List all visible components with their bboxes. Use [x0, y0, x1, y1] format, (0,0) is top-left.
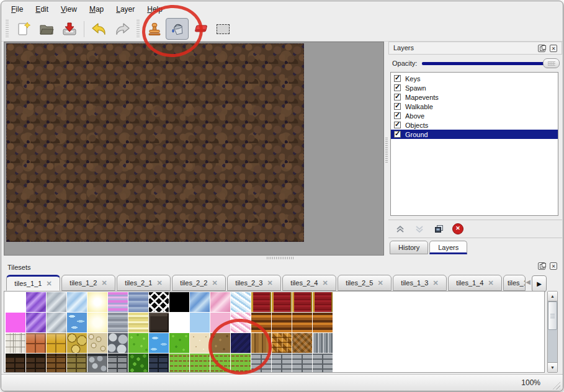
tile-glass-pink[interactable] — [210, 292, 230, 312]
tile-carpet-orange[interactable] — [292, 313, 312, 332]
tileset-tab-tiles_2_3[interactable]: tiles_2_3 ✕ — [227, 275, 281, 291]
scrollbar-thumb[interactable] — [548, 301, 557, 330]
tile-tiles-orange[interactable] — [26, 333, 46, 353]
tile-carpet-red[interactable] — [272, 292, 292, 312]
scroll-up-icon[interactable]: ▲ — [548, 292, 557, 301]
tile-dirt[interactable] — [210, 333, 230, 353]
tile-glow-yellow[interactable] — [87, 292, 107, 312]
tile-glass-purple[interactable] — [26, 292, 46, 312]
layer-row-walkable[interactable]: Walkable — [391, 102, 558, 111]
tile-logs-gray[interactable] — [313, 333, 333, 353]
layer-row-keys[interactable]: Keys — [391, 74, 558, 83]
tile-brick-dark[interactable] — [26, 354, 46, 373]
layer-row-above[interactable]: Above — [391, 111, 558, 120]
tile-solid-pink[interactable] — [210, 313, 230, 332]
tile-path-grass[interactable] — [169, 354, 189, 373]
tileset-tab-tiles_1_1[interactable]: tiles_1_1 ✕ — [6, 275, 60, 291]
toolbar-grip[interactable] — [6, 20, 9, 38]
tile-brick-gray2[interactable] — [272, 354, 292, 373]
tile-hedge[interactable] — [128, 354, 148, 373]
tileset-tab-tiles_2_2[interactable]: tiles_2_2 ✕ — [172, 275, 226, 291]
new-map-button[interactable] — [12, 18, 35, 40]
menu-item-file[interactable]: File — [5, 3, 29, 16]
menu-item-view[interactable]: View — [55, 3, 83, 16]
tile-magenta[interactable] — [6, 313, 25, 332]
fill-tool-button[interactable] — [166, 18, 189, 40]
tile-grass[interactable] — [128, 333, 148, 353]
tab-close-icon[interactable]: ✕ — [488, 280, 493, 287]
layer-row-mapevents[interactable]: Mapevents — [391, 92, 558, 102]
layer-row-spawn[interactable]: Spawn — [391, 83, 558, 92]
tile-wood-vert[interactable] — [251, 333, 271, 353]
tile-stone-path[interactable] — [67, 333, 87, 353]
tile-water[interactable] — [67, 313, 87, 332]
menu-item-map[interactable]: Map — [83, 3, 110, 16]
tile-brick-dark[interactable] — [6, 354, 25, 373]
tile-navy[interactable] — [231, 333, 251, 353]
scroll-down-icon[interactable]: ▼ — [548, 362, 557, 372]
menu-item-layer[interactable]: Layer — [110, 3, 141, 16]
tab-close-icon[interactable]: ✕ — [212, 280, 217, 287]
tile-carpet-red[interactable] — [292, 292, 312, 312]
tile-sand[interactable] — [190, 333, 210, 353]
tileset-tab-truncated[interactable]: tiles_1_ — [503, 275, 526, 291]
tile-brick-gray2[interactable] — [313, 354, 333, 373]
rect-select-tool-button[interactable] — [212, 18, 235, 40]
tile-stripes-yellow[interactable] — [128, 313, 148, 332]
menu-item-help[interactable]: Help — [141, 3, 169, 16]
tile-pebbles-beige[interactable] — [87, 333, 107, 353]
palette-scrollbar[interactable]: ▲ ▼ — [547, 291, 558, 373]
layer-visibility-checkbox[interactable] — [394, 75, 401, 82]
tab-close-icon[interactable]: ✕ — [322, 280, 328, 287]
stamp-tool-button[interactable] — [143, 18, 166, 40]
tile-stripes-pink[interactable] — [108, 292, 128, 312]
tab-close-icon[interactable]: ✕ — [101, 280, 107, 287]
tile-carpet-orange[interactable] — [313, 313, 333, 332]
tile-path-grass[interactable] — [231, 354, 251, 373]
tile-water2[interactable] — [149, 333, 169, 353]
eraser-tool-button[interactable] — [189, 18, 212, 40]
tile-stripes-blue[interactable] — [128, 292, 148, 312]
tile-brick-gray2[interactable] — [292, 354, 312, 373]
redo-button[interactable] — [110, 18, 133, 40]
tile-black[interactable] — [169, 292, 189, 312]
duplicate-layer-button[interactable] — [432, 222, 445, 236]
tab-scroll-right-button[interactable]: ▶ — [532, 275, 547, 292]
resize-grip-icon[interactable] — [550, 379, 560, 390]
opacity-slider-handle[interactable] — [543, 58, 560, 68]
tile-stone-blocks[interactable] — [6, 333, 25, 353]
tile-carpet-orange[interactable] — [251, 313, 271, 332]
tab-scroll-left-icon[interactable]: ◀ — [526, 278, 530, 285]
layer-visibility-checkbox[interactable] — [394, 131, 401, 138]
save-map-button[interactable] — [58, 18, 81, 40]
layer-visibility-checkbox[interactable] — [394, 94, 401, 100]
tile-brick-brown[interactable] — [47, 354, 66, 373]
float-panel-icon[interactable] — [538, 262, 545, 270]
tile-glass-purple[interactable] — [26, 313, 46, 332]
tile-grass2[interactable] — [169, 333, 189, 353]
tile-glass-blue2[interactable] — [190, 292, 210, 312]
tile-carpet-red[interactable] — [251, 292, 271, 312]
tileset-tab-tiles_1_4[interactable]: tiles_1_4 ✕ — [448, 275, 502, 291]
tab-layers[interactable]: Layers — [429, 241, 467, 254]
move-layer-down-button[interactable] — [413, 222, 426, 236]
map-canvas[interactable] — [6, 43, 304, 242]
toolbar-grip-2[interactable] — [137, 20, 140, 38]
tile-basket[interactable] — [272, 333, 292, 353]
tab-close-icon[interactable]: ✕ — [46, 280, 51, 287]
tile-brick-navy[interactable] — [149, 354, 169, 373]
tileset-tab-tiles_2_1[interactable]: tiles_2_1 ✕ — [117, 275, 171, 291]
tile-carpet-orange[interactable] — [272, 313, 292, 332]
tile-path-grass[interactable] — [210, 354, 230, 373]
layer-visibility-checkbox[interactable] — [394, 103, 401, 110]
tile-brick-gray[interactable] — [108, 354, 128, 373]
tab-close-icon[interactable]: ✕ — [156, 280, 162, 287]
tile-glass-gray[interactable] — [47, 313, 66, 332]
tile-stripes-diag-blue[interactable] — [231, 292, 251, 312]
layer-row-ground[interactable]: Ground — [391, 130, 558, 139]
tile-brick-tan[interactable] — [67, 354, 87, 373]
tileset-tab-tiles_2_4[interactable]: tiles_2_4 ✕ — [282, 275, 336, 291]
tileset-tab-tiles_1_3[interactable]: tiles_1_3 ✕ — [393, 275, 447, 291]
tile-glass-gray[interactable] — [47, 292, 66, 312]
tile-stripes-diag-pink[interactable] — [231, 313, 251, 332]
